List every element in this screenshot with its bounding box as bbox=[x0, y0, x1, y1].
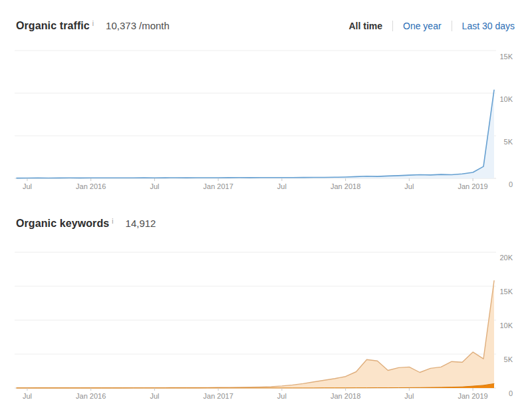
organic-traffic-title-group: Organic traffic i 10,373 /month bbox=[16, 20, 170, 32]
y-axis-label: 5K bbox=[504, 138, 513, 146]
y-axis-label: 15K bbox=[499, 53, 513, 61]
organic-search-overview-panel: Organic traffic i 10,373 /month All time… bbox=[0, 0, 532, 412]
organic-traffic-line bbox=[17, 90, 494, 178]
organic-keywords-title: Organic keywords bbox=[16, 218, 109, 230]
tab-all-time[interactable]: All time bbox=[347, 21, 384, 31]
tab-one-year[interactable]: One year bbox=[402, 21, 443, 31]
x-axis-label: Jul bbox=[150, 182, 159, 190]
organic-keywords-header: Organic keywords i 14,912 bbox=[16, 218, 516, 230]
organic-traffic-chart[interactable]: 15K10K5K0JulJan 2016JulJan 2017JulJan 20… bbox=[0, 47, 532, 194]
y-axis-label: 15K bbox=[499, 288, 513, 296]
time-range-tabs: All time One year Last 30 days bbox=[347, 21, 516, 31]
x-axis-label: Jan 2017 bbox=[203, 182, 233, 190]
organic-keywords-value: 14,912 bbox=[126, 218, 156, 229]
tab-last-30-days[interactable]: Last 30 days bbox=[461, 21, 516, 31]
y-axis-label: 0 bbox=[509, 389, 513, 397]
y-axis-label: 10K bbox=[499, 95, 513, 103]
organic-traffic-unit: /month bbox=[139, 20, 170, 31]
x-axis-label: Jul bbox=[404, 392, 414, 400]
tab-divider bbox=[392, 21, 393, 31]
x-axis-label: Jul bbox=[277, 182, 287, 190]
x-axis-label: Jan 2016 bbox=[76, 182, 106, 190]
x-axis-label: Jul bbox=[23, 182, 32, 190]
organic-traffic-area bbox=[17, 90, 494, 178]
organic-traffic-header: Organic traffic i 10,373 /month All time… bbox=[16, 20, 516, 32]
x-axis-label: Jul bbox=[150, 392, 159, 400]
info-icon[interactable]: i bbox=[92, 20, 94, 27]
y-axis-label: 10K bbox=[499, 321, 513, 329]
organic-keywords-title-group: Organic keywords i 14,912 bbox=[16, 218, 156, 230]
y-axis-label: 5K bbox=[504, 355, 513, 363]
x-axis-label: Jul bbox=[404, 182, 414, 190]
organic-traffic-value: 10,373 bbox=[106, 20, 136, 31]
organic-keywords-chart[interactable]: 20K15K10K5K0JulJan 2016JulJan 2017JulJan… bbox=[0, 245, 532, 403]
x-axis-label: Jan 2018 bbox=[331, 182, 360, 190]
x-axis-label: Jul bbox=[277, 392, 287, 400]
x-axis-label: Jan 2019 bbox=[458, 392, 487, 400]
y-axis-label: 20K bbox=[499, 254, 513, 262]
organic-keywords-area bbox=[17, 281, 494, 388]
tab-divider bbox=[452, 21, 452, 31]
organic-traffic-title: Organic traffic bbox=[16, 20, 90, 32]
x-axis-label: Jul bbox=[23, 392, 32, 400]
x-axis-label: Jan 2016 bbox=[76, 392, 106, 400]
x-axis-label: Jan 2018 bbox=[331, 392, 360, 400]
x-axis-label: Jan 2017 bbox=[203, 392, 233, 400]
y-axis-label: 0 bbox=[509, 180, 513, 188]
x-axis-label: Jan 2019 bbox=[458, 182, 487, 190]
info-icon[interactable]: i bbox=[112, 218, 113, 225]
